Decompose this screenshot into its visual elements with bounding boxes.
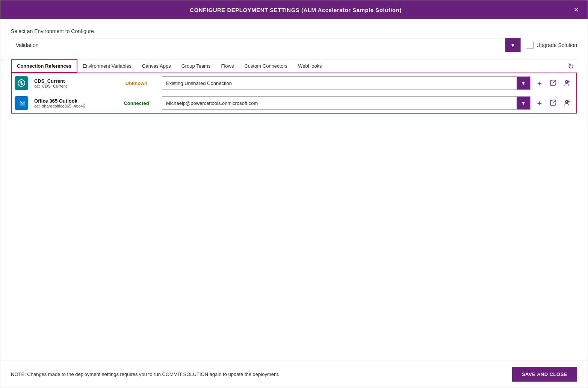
connection-table: CDS_Current cat_CDS_Current Unknown Exis… [11, 73, 577, 114]
dialog-header: CONFIGURE DEPLOYMENT SETTINGS (ALM Accel… [0, 0, 588, 19]
conn-name-block-cds: CDS_Current cat_CDS_Current [31, 78, 114, 88]
conn-actions-cds: ＋ [534, 77, 576, 89]
open-connection-button-cds[interactable] [547, 77, 559, 89]
outlook-icon [15, 96, 28, 110]
conn-dropdown-outlook[interactable]: Michaelp@powercattools.onmicrosoft.com ▼ [162, 96, 531, 110]
environment-dropdown-value: Validation [11, 42, 505, 48]
conn-dropdown-value-cds: Existing Unshared Connection [162, 80, 517, 86]
conn-name-outlook: Office 365 Outlook [34, 98, 111, 104]
upgrade-solution-label: Upgrade Solution [537, 42, 577, 48]
table-row: Office 365 Outlook cat_sharedoffice365_4… [12, 93, 576, 113]
refresh-icon[interactable]: ↻ [565, 60, 577, 72]
conn-actions-outlook: ＋ [534, 97, 576, 109]
conn-dropdown-arrow-cds[interactable]: ▼ [517, 77, 530, 89]
close-button[interactable]: × [572, 6, 580, 14]
dialog-body: Select an Environment to Configure Valid… [0, 19, 588, 361]
conn-subname-cds: cat_CDS_Current [34, 84, 111, 88]
environment-dropdown-arrow[interactable]: ▼ [505, 38, 520, 52]
add-connection-button-outlook[interactable]: ＋ [534, 98, 546, 108]
svg-point-5 [565, 100, 568, 103]
conn-dropdown-cds[interactable]: Existing Unshared Connection ▼ [162, 76, 531, 90]
outlook-icon-wrapper [12, 93, 31, 113]
upgrade-solution-checkbox[interactable] [527, 42, 534, 48]
tab-group-teams[interactable]: Group Teams [176, 60, 216, 72]
conn-subname-outlook: cat_sharedoffice365_4ee46 [34, 104, 111, 108]
share-connection-button-cds[interactable] [561, 77, 573, 89]
open-connection-button-outlook[interactable] [547, 97, 559, 109]
tab-flows[interactable]: Flows [216, 60, 239, 72]
svg-point-1 [21, 82, 23, 84]
environment-select-row: Validation ▼ Upgrade Solution [11, 38, 577, 52]
conn-dropdown-value-outlook: Michaelp@powercattools.onmicrosoft.com [162, 100, 517, 106]
conn-status-outlook: Connected [114, 100, 159, 106]
cds-icon-wrapper [12, 73, 31, 93]
tab-canvas-apps[interactable]: Canvas Apps [137, 60, 176, 72]
tab-custom-connectors[interactable]: Custom Connectors [239, 60, 293, 72]
tabs-row: Connection References Environment Variab… [11, 59, 577, 73]
conn-dropdown-arrow-outlook[interactable]: ▼ [517, 97, 530, 109]
dialog-title: CONFIGURE DEPLOYMENT SETTINGS (ALM Accel… [19, 7, 572, 13]
save-and-close-button[interactable]: SAVE AND CLOSE [512, 367, 577, 382]
conn-status-cds: Unknown [114, 80, 159, 86]
cds-icon [15, 76, 28, 90]
tab-environment-variables[interactable]: Environment Variables [77, 60, 137, 72]
add-connection-button-cds[interactable]: ＋ [534, 78, 546, 88]
tab-connection-references[interactable]: Connection References [11, 59, 77, 73]
upgrade-solution-row: Upgrade Solution [527, 42, 577, 48]
table-row: CDS_Current cat_CDS_Current Unknown Exis… [12, 73, 576, 93]
chevron-down-icon: ▼ [521, 100, 526, 106]
dialog-container: CONFIGURE DEPLOYMENT SETTINGS (ALM Accel… [0, 0, 588, 388]
tab-webhooks[interactable]: WebHooks [293, 60, 327, 72]
dialog-footer: NOTE: Changes made to the deployment set… [0, 361, 588, 388]
chevron-down-icon: ▼ [521, 80, 526, 86]
chevron-down-icon: ▼ [510, 42, 515, 48]
svg-point-2 [565, 80, 568, 83]
conn-name-cds: CDS_Current [34, 78, 111, 84]
share-connection-button-outlook[interactable] [561, 97, 573, 109]
footer-note: NOTE: Changes made to the deployment set… [11, 371, 279, 377]
select-environment-label: Select an Environment to Configure [11, 28, 577, 34]
environment-dropdown[interactable]: Validation ▼ [11, 38, 521, 52]
conn-name-block-outlook: Office 365 Outlook cat_sharedoffice365_4… [31, 98, 114, 108]
